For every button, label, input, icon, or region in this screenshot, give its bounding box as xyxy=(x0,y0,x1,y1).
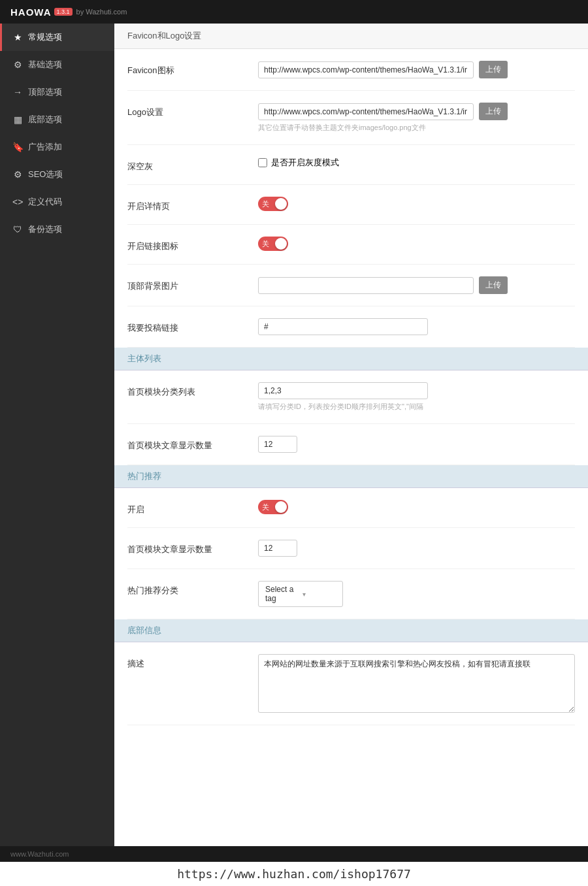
category-list-hint: 请填写分类ID，列表按分类ID顺序排列用英文","间隔 xyxy=(258,402,575,412)
hot-category-label: 热门推荐分类 xyxy=(127,581,258,597)
category-list-input[interactable] xyxy=(258,382,428,399)
favicon-upload-button[interactable]: 上传 xyxy=(479,61,508,78)
link-icon-toggle-label: 关 xyxy=(262,239,269,249)
link-icon-toggle-wrap: 关 xyxy=(258,237,575,251)
hot-article-count-control xyxy=(258,540,575,557)
submit-link-row: 我要投稿链接 xyxy=(127,306,575,348)
footer-info-title: 底部信息 xyxy=(127,625,161,635)
detail-page-label: 开启详情页 xyxy=(127,197,258,212)
article-count-control xyxy=(258,436,575,453)
detail-page-toggle[interactable]: 关 xyxy=(258,197,288,211)
sidebar-label-code: 定义代码 xyxy=(28,196,62,208)
header-bg-input[interactable] xyxy=(258,277,474,294)
footer-info-section-header: 底部信息 xyxy=(114,619,588,642)
favicon-control: 上传 xyxy=(258,61,575,78)
detail-page-toggle-label: 关 xyxy=(262,199,269,209)
bookmark-icon: 🔖 xyxy=(12,142,23,152)
hot-enable-toggle-label: 关 xyxy=(262,502,269,512)
by-text: by Wazhuti.com xyxy=(76,8,127,16)
sidebar-label-basic: 基础选项 xyxy=(28,59,62,71)
link-icon-toggle[interactable]: 关 xyxy=(258,237,288,251)
logo-input[interactable] xyxy=(258,103,474,120)
sidebar-label-footer: 底部选项 xyxy=(28,114,62,125)
description-control: 本网站的网址数量来源于互联网搜索引擎和热心网友投稿，如有冒犯请直接联 xyxy=(258,654,575,713)
arrow-icon: → xyxy=(12,87,23,97)
sidebar-item-general[interactable]: ★ 常规选项 xyxy=(0,24,114,51)
detail-page-control: 关 xyxy=(258,197,575,211)
hot-enable-toggle[interactable]: 关 xyxy=(258,500,288,514)
sidebar-label-general: 常规选项 xyxy=(28,31,62,43)
chevron-down-icon: ▾ xyxy=(302,591,336,598)
article-count-row: 首页模块文章显示数量 xyxy=(127,424,575,465)
hot-category-row: 热门推荐分类 Select a tag ▾ xyxy=(127,569,575,619)
link-icon-row: 开启链接图标 关 xyxy=(127,225,575,265)
header-bg-label: 顶部背景图片 xyxy=(127,276,258,292)
main-list-title: 主体列表 xyxy=(127,353,161,363)
bottom-brand: www.Wazhuti.com xyxy=(10,850,69,858)
sidebar-item-footer[interactable]: ▦ 底部选项 xyxy=(0,106,114,133)
top-bar: HAOWA 1.3.1 by Wazhuti.com xyxy=(0,0,588,24)
header-bg-control: 上传 xyxy=(258,276,575,294)
version-badge: 1.3.1 xyxy=(54,8,73,16)
logo-row: Logo设置 上传 其它位置请手动替换主题文件夹images/logo.png文… xyxy=(127,91,575,145)
hot-enable-toggle-wrap: 关 xyxy=(258,500,575,514)
dark-gray-control: 是否开启灰度模式 xyxy=(258,157,575,169)
sidebar-item-basic[interactable]: ⚙ 基础选项 xyxy=(0,51,114,78)
header-bg-row: 顶部背景图片 上传 xyxy=(127,265,575,306)
logo-hint: 其它位置请手动替换主题文件夹images/logo.png文件 xyxy=(258,123,575,133)
favicon-label: Favicon图标 xyxy=(127,61,258,76)
favicon-inline: 上传 xyxy=(258,61,575,78)
sidebar-item-top[interactable]: → 顶部选项 xyxy=(0,78,114,106)
header-bg-inline: 上传 xyxy=(258,276,575,294)
sidebar-label-seo: SEO选项 xyxy=(28,169,63,180)
page-title-bar: Favicon和Logo设置 xyxy=(114,24,588,49)
detail-page-toggle-wrap: 关 xyxy=(258,197,575,211)
link-icon-label: 开启链接图标 xyxy=(127,237,258,252)
calendar-icon: ▦ xyxy=(12,114,23,125)
hot-enable-label: 开启 xyxy=(127,500,258,516)
logo-label: Logo设置 xyxy=(127,103,258,118)
hot-article-count-input[interactable] xyxy=(258,540,297,557)
sidebar-item-ads[interactable]: 🔖 广告添加 xyxy=(0,133,114,161)
sidebar-item-code[interactable]: <> 定义代码 xyxy=(0,188,114,216)
content-area: Favicon和Logo设置 Favicon图标 上传 Logo设置 xyxy=(114,24,588,846)
bottom-url-text: https://www.huzhan.com/ishop17677 xyxy=(177,867,411,881)
category-list-row: 首页模块分类列表 请填写分类ID，列表按分类ID顺序排列用英文","间隔 xyxy=(127,370,575,424)
dark-gray-checkbox-label: 是否开启灰度模式 xyxy=(271,157,339,169)
dark-gray-checkbox-wrap: 是否开启灰度模式 xyxy=(258,157,575,169)
sidebar-item-seo[interactable]: ⚙ SEO选项 xyxy=(0,161,114,188)
gear-icon: ⚙ xyxy=(12,59,23,70)
category-list-label: 首页模块分类列表 xyxy=(127,382,258,398)
description-label: 摘述 xyxy=(127,654,258,670)
hot-category-value: Select a tag xyxy=(265,585,299,603)
shield-icon: 🛡 xyxy=(12,224,23,235)
hot-category-select[interactable]: Select a tag ▾ xyxy=(258,581,343,607)
logo-upload-button[interactable]: 上传 xyxy=(479,103,508,120)
main-list-section-header: 主体列表 xyxy=(114,348,588,370)
sidebar-label-ads: 广告添加 xyxy=(28,141,62,153)
favicon-row: Favicon图标 上传 xyxy=(127,49,575,91)
hot-enable-row: 开启 关 xyxy=(127,488,575,528)
logo-inline: 上传 xyxy=(258,103,575,120)
article-count-label: 首页模块文章显示数量 xyxy=(127,436,258,451)
main-list-section: 首页模块分类列表 请填写分类ID，列表按分类ID顺序排列用英文","间隔 首页模… xyxy=(114,370,588,465)
favicon-logo-section: Favicon图标 上传 Logo设置 上传 其它位置请手动替换主题文件夹im xyxy=(114,49,588,348)
detail-page-row: 开启详情页 关 xyxy=(127,185,575,225)
code-icon: <> xyxy=(12,197,23,207)
article-count-input[interactable] xyxy=(258,436,297,453)
dark-gray-checkbox[interactable] xyxy=(258,158,267,167)
submit-link-input[interactable] xyxy=(258,318,428,335)
sidebar-item-backup[interactable]: 🛡 备份选项 xyxy=(0,216,114,243)
category-list-control: 请填写分类ID，列表按分类ID顺序排列用英文","间隔 xyxy=(258,382,575,412)
seo-icon: ⚙ xyxy=(12,169,23,180)
hot-enable-knob xyxy=(275,501,287,513)
dark-gray-label: 深空灰 xyxy=(127,157,258,172)
description-textarea[interactable]: 本网站的网址数量来源于互联网搜索引擎和热心网友投稿，如有冒犯请直接联 xyxy=(258,654,575,713)
logo-control: 上传 其它位置请手动替换主题文件夹images/logo.png文件 xyxy=(258,103,575,133)
header-bg-upload-button[interactable]: 上传 xyxy=(479,276,508,294)
hot-recommend-section: 开启 关 首页模块文章显示数量 xyxy=(114,488,588,619)
bottom-url-bar: https://www.huzhan.com/ishop17677 xyxy=(0,862,588,886)
bottom-bar: www.Wazhuti.com xyxy=(0,846,588,862)
brand-name: HAOWA xyxy=(10,7,52,18)
favicon-input[interactable] xyxy=(258,61,474,78)
